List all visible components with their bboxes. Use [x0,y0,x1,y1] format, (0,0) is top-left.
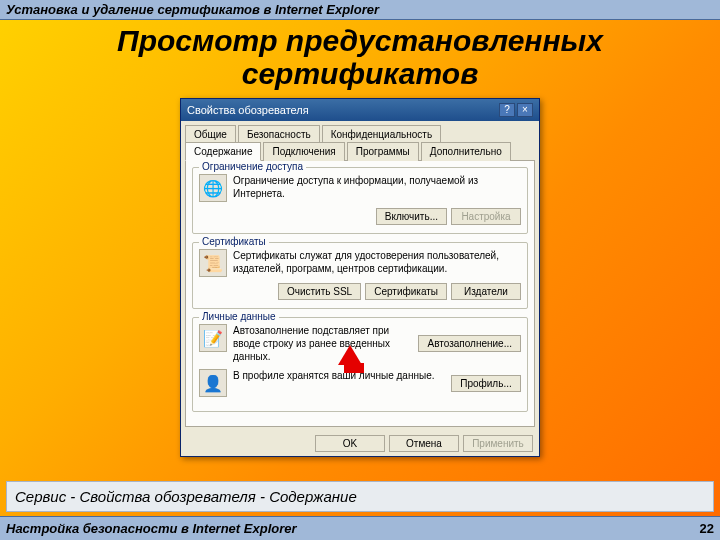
settings-button[interactable]: Настройка [451,208,521,225]
certificate-icon: 📜 [199,249,227,277]
profile-icon: 👤 [199,369,227,397]
profile-desc: В профиле хранятся ваши личные данные. [233,369,445,382]
window-controls: ? × [499,103,533,117]
tab-connections[interactable]: Подключения [263,142,344,161]
certs-desc: Сертификаты служат для удостоверения пол… [233,249,521,275]
enable-button[interactable]: Включить... [376,208,447,225]
breadcrumb: Установка и удаление сертификатов в Inte… [0,0,720,20]
tab-body: Ограничение доступа 🌐 Ограничение доступ… [185,160,535,427]
dialog-buttons: OK Отмена Применить [181,431,539,456]
window-title: Свойства обозревателя [187,104,309,116]
apply-button[interactable]: Применить [463,435,533,452]
autofill-button[interactable]: Автозаполнение... [418,335,521,352]
dialog-window: Свойства обозревателя ? × Общие Безопасн… [180,98,540,457]
group-certs-title: Сертификаты [199,236,269,247]
group-personal-title: Личные данные [199,311,279,322]
tab-programs[interactable]: Программы [347,142,419,161]
group-personal: Личные данные 📝 Автозаполнение подставля… [192,317,528,412]
footer: Настройка безопасности в Internet Explor… [0,516,720,540]
page-number: 22 [700,521,714,536]
group-certs: Сертификаты 📜 Сертификаты служат для удо… [192,242,528,309]
nav-path: Сервис - Свойства обозревателя - Содержа… [6,481,714,512]
ok-button[interactable]: OK [315,435,385,452]
tab-general[interactable]: Общие [185,125,236,143]
tab-content[interactable]: Содержание [185,142,261,161]
help-button[interactable]: ? [499,103,515,117]
autofill-desc: Автозаполнение подставляет при вводе стр… [233,324,412,363]
group-access-title: Ограничение доступа [199,161,306,172]
footer-label: Настройка безопасности в Internet Explor… [6,521,297,536]
access-desc: Ограничение доступа к информации, получа… [233,174,521,200]
group-access: Ограничение доступа 🌐 Ограничение доступ… [192,167,528,234]
profile-button[interactable]: Профиль... [451,375,521,392]
publishers-button[interactable]: Издатели [451,283,521,300]
clear-ssl-button[interactable]: Очистить SSL [278,283,361,300]
tab-privacy[interactable]: Конфиденциальность [322,125,441,143]
tab-strip: Общие Безопасность Конфиденциальность Со… [181,121,539,160]
tab-advanced[interactable]: Дополнительно [421,142,511,161]
certificates-button[interactable]: Сертификаты [365,283,447,300]
globe-icon: 🌐 [199,174,227,202]
titlebar: Свойства обозревателя ? × [181,99,539,121]
slide-title: Просмотр предустановленных сертификатов [0,20,720,98]
cancel-button[interactable]: Отмена [389,435,459,452]
close-button[interactable]: × [517,103,533,117]
tab-security[interactable]: Безопасность [238,125,320,143]
autofill-icon: 📝 [199,324,227,352]
